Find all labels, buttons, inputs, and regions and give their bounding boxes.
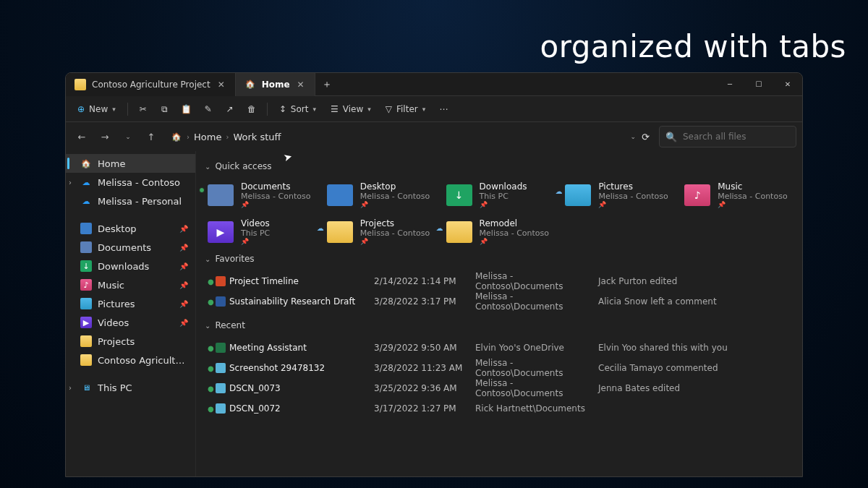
file-activity: Jenna Bates edited xyxy=(598,383,791,393)
sidebar-item-contoso-project[interactable]: Contoso Agriculture Project xyxy=(66,351,195,369)
section-recent[interactable]: ⌄Recent xyxy=(205,320,793,330)
search-box[interactable]: 🔍 xyxy=(659,126,796,147)
sidebar-item-this-pc[interactable]: › 🖥 This PC xyxy=(66,378,195,397)
file-date: 2/14/2022 1:14 PM xyxy=(374,276,475,286)
file-path: Elvin Yoo's OneDrive xyxy=(475,343,598,353)
pin-icon: 📌 xyxy=(179,244,188,252)
close-window-button[interactable]: ✕ xyxy=(773,73,802,96)
sidebar-item-label: Downloads xyxy=(98,261,149,272)
item-name: Remodel xyxy=(480,218,549,228)
sync-status-icon: ● xyxy=(208,298,214,306)
chevron-down-icon: ⌄ xyxy=(125,133,131,140)
title-bar: Contoso Agriculture Project ✕ 🏠 Home ✕ ＋… xyxy=(66,73,802,96)
new-button[interactable]: ⊕ New ▾ xyxy=(72,101,122,117)
img-file-icon xyxy=(216,363,226,373)
close-tab-icon[interactable]: ✕ xyxy=(216,80,226,90)
sidebar-item-music[interactable]: ♪Music📌 xyxy=(66,275,195,294)
xls-file-icon xyxy=(216,343,226,353)
file-row[interactable]: ●DSCN_00723/17/2022 1:27 PMRick Hartnett… xyxy=(205,398,793,419)
quick-access-item[interactable]: DocumentsMelissa - Contoso📌 xyxy=(205,179,317,211)
quick-access-item[interactable]: ☁ProjectsMelissa - Contoso📌 xyxy=(324,215,436,248)
sidebar-item-onedrive-personal[interactable]: ☁ Melissa - Personal xyxy=(66,192,195,210)
clipboard-icon: 📋 xyxy=(181,104,192,114)
sidebar-item-videos[interactable]: ▶Videos📌 xyxy=(66,313,195,332)
item-name: Videos xyxy=(241,218,270,228)
up-button[interactable]: ↑ xyxy=(141,127,161,147)
minimize-button[interactable]: ─ xyxy=(715,73,744,96)
chevron-right-icon[interactable]: › xyxy=(69,384,72,392)
section-label: Favorites xyxy=(215,254,254,264)
cut-button[interactable]: ✂ xyxy=(134,101,153,117)
sidebar-item-label: Projects xyxy=(98,336,135,347)
sidebar-item-downloads[interactable]: ↓Downloads📌 xyxy=(66,257,195,275)
quick-access-item[interactable]: ♪MusicMelissa - Contoso📌 xyxy=(681,179,793,211)
view-icon: ☰ xyxy=(331,104,339,114)
item-location: Melissa - Contoso xyxy=(718,192,787,201)
sidebar-item-label: Contoso Agriculture Project xyxy=(98,355,188,366)
sidebar-item-desktop[interactable]: Desktop📌 xyxy=(66,219,195,238)
desktop-icon xyxy=(80,223,92,234)
more-button[interactable]: ⋯ xyxy=(434,101,453,117)
sort-button[interactable]: ↕ Sort ▾ xyxy=(273,101,322,117)
view-button[interactable]: ☰ View ▾ xyxy=(325,101,377,117)
maximize-button[interactable]: ☐ xyxy=(744,73,773,96)
quick-access-item[interactable]: DesktopMelissa - Contoso📌 xyxy=(324,179,436,211)
close-tab-icon[interactable]: ✕ xyxy=(296,80,306,90)
back-button[interactable]: ← xyxy=(72,127,92,147)
file-name: Sustainability Research Draft xyxy=(229,296,374,307)
filter-button[interactable]: ▽ Filter ▾ xyxy=(380,101,431,117)
file-row[interactable]: ●Project Timeline2/14/2022 1:14 PMMeliss… xyxy=(205,271,793,291)
new-tab-button[interactable]: ＋ xyxy=(315,78,339,91)
img-file-icon xyxy=(216,403,226,414)
item-location: This PC xyxy=(480,192,527,201)
delete-button[interactable]: 🗑 xyxy=(242,101,261,117)
share-button[interactable]: ↗ xyxy=(221,101,239,117)
item-location: Melissa - Contoso xyxy=(480,228,549,238)
sidebar-item-documents[interactable]: Documents📌 xyxy=(66,238,195,257)
section-label: Quick access xyxy=(215,161,271,171)
file-row[interactable]: ●Screenshot 294781323/28/2022 11:23 AMMe… xyxy=(205,358,793,378)
file-path: Melissa - Contoso\Documents xyxy=(475,291,598,312)
file-path: Rick Hartnett\Documents xyxy=(475,403,598,414)
file-name: DSCN_0072 xyxy=(229,403,374,414)
breadcrumb-part[interactable]: Work stuff xyxy=(233,132,281,142)
quick-access-item[interactable]: ▶VideosThis PC📌 xyxy=(205,215,317,248)
sidebar-item-label: Music xyxy=(98,280,124,291)
ellipsis-icon: ⋯ xyxy=(439,104,448,114)
music-icon: ♪ xyxy=(80,279,92,291)
quick-access-item[interactable]: ☁RemodelMelissa - Contoso📌 xyxy=(443,215,556,248)
sidebar-item-onedrive-contoso[interactable]: › ☁ Melissa - Contoso xyxy=(66,173,195,192)
quick-access-item[interactable]: ↓DownloadsThis PC📌 xyxy=(443,179,556,211)
section-favorites[interactable]: ⌄Favorites xyxy=(205,254,793,264)
breadcrumb-part[interactable]: Home xyxy=(194,132,221,142)
search-icon: 🔍 xyxy=(665,132,677,142)
section-quick-access[interactable]: ⌄Quick access xyxy=(205,161,793,171)
file-row[interactable]: ●Sustainability Research Draft3/28/2022 … xyxy=(205,291,793,312)
breadcrumb[interactable]: 🏠 › Home › Work stuff ⌄ ⟳ xyxy=(164,126,656,147)
paste-button[interactable]: 📋 xyxy=(177,101,196,117)
rename-button[interactable]: ✎ xyxy=(199,101,218,117)
forward-button[interactable]: → xyxy=(95,127,115,147)
search-input[interactable] xyxy=(683,132,790,142)
tab-label: Contoso Agriculture Project xyxy=(92,80,210,90)
item-name: Downloads xyxy=(480,181,527,192)
tab-home[interactable]: 🏠 Home ✕ xyxy=(236,73,315,96)
file-row[interactable]: ●DSCN_00733/25/2022 9:36 AMMelissa - Con… xyxy=(205,378,793,398)
recent-locations-button[interactable]: ⌄ xyxy=(118,127,138,147)
chevron-right-icon[interactable]: › xyxy=(69,179,72,187)
trash-icon: 🗑 xyxy=(247,104,256,114)
quick-access-item[interactable]: ☁PicturesMelissa - Contoso📌 xyxy=(562,179,674,211)
cloud-icon: ☁ xyxy=(80,195,92,207)
file-activity: Jack Purton edited xyxy=(598,276,791,286)
sidebar-item-pictures[interactable]: Pictures📌 xyxy=(66,294,195,313)
sidebar-item-projects[interactable]: Projects xyxy=(66,332,195,351)
refresh-button[interactable]: ⟳ xyxy=(642,132,650,142)
view-label: View xyxy=(343,104,363,114)
copy-button[interactable]: ⧉ xyxy=(156,101,174,117)
tab-contoso-project[interactable]: Contoso Agriculture Project ✕ xyxy=(66,73,236,96)
cloud-status-icon: ☁ xyxy=(555,187,562,195)
file-path: Melissa - Contoso\Documents xyxy=(475,271,598,291)
chevron-down-icon[interactable]: ⌄ xyxy=(631,133,637,140)
sidebar-item-home[interactable]: 🏠 Home xyxy=(66,154,195,173)
file-row[interactable]: ●Meeting Assistant3/29/2022 9:50 AMElvin… xyxy=(205,338,793,358)
